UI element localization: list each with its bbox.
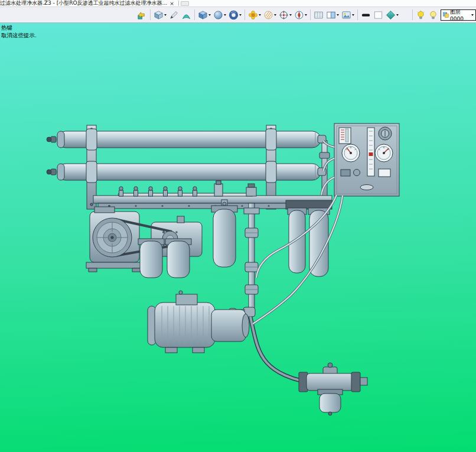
ro-water-purifier-model[interactable]: [0, 0, 476, 452]
pressure-gauge-left: [342, 144, 360, 162]
membrane-vessel-top[interactable]: [47, 129, 321, 150]
pressure-gauge-right: [375, 144, 393, 162]
control-panel[interactable]: [334, 123, 399, 196]
panel-button[interactable]: [354, 170, 360, 176]
panel-switch[interactable]: [341, 170, 350, 176]
filter-housing-middle[interactable]: [211, 200, 237, 267]
motor-pump[interactable]: [148, 291, 249, 353]
panel-display: [379, 169, 390, 177]
drain-valve[interactable]: [299, 363, 367, 415]
filter-housings-right[interactable]: [286, 200, 332, 277]
membrane-vessel-bottom[interactable]: [47, 161, 321, 183]
drain-hose[interactable]: [250, 317, 306, 382]
panel-logo: [360, 185, 373, 190]
